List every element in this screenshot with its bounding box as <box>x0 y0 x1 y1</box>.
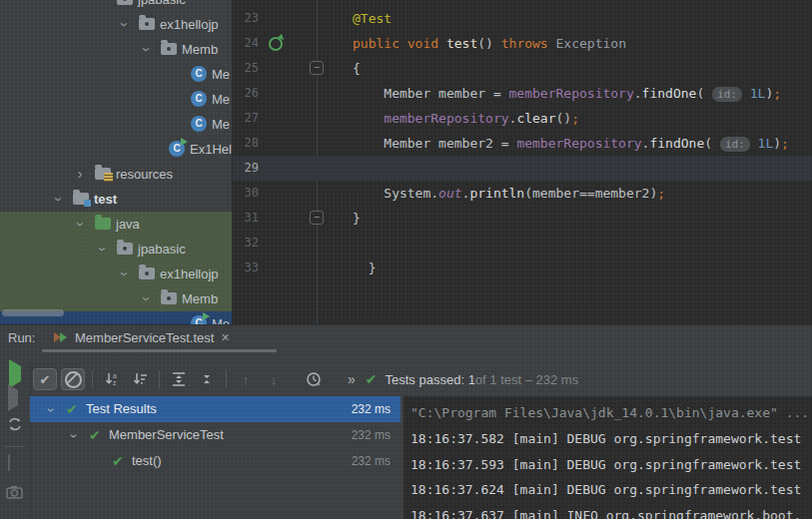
chevron-down-icon[interactable]: › <box>112 267 137 281</box>
code-line-33[interactable]: 33 } <box>233 256 812 280</box>
test-result-label: test() <box>132 448 162 474</box>
project-tree-item-memb[interactable]: ›Memb <box>0 37 232 62</box>
rerun-button[interactable] <box>6 366 24 384</box>
code-token: ) <box>773 136 781 151</box>
code-token: out <box>438 186 461 201</box>
code-line-32[interactable]: 32 <box>233 231 812 256</box>
project-tree-item-ex1hel[interactable]: Ex1Hel <box>0 137 232 162</box>
toggle-auto-test-button[interactable] <box>6 415 24 433</box>
project-tree-item-test[interactable]: ›test <box>0 187 232 212</box>
horizontal-scrollbar-thumb[interactable] <box>2 309 64 316</box>
project-tree-item-java[interactable]: ›java <box>0 212 232 237</box>
test-result-row[interactable]: ›✔MemberServiceTest232 ms <box>30 422 401 448</box>
more-toolbar-icon[interactable]: » <box>348 371 356 387</box>
rerun-test-gutter-icon[interactable] <box>269 37 283 51</box>
code-line-27[interactable]: 27 memberRepository.clear(); <box>233 106 812 131</box>
code-line-23[interactable]: 23@Test <box>233 6 812 31</box>
chevron-down-icon[interactable]: › <box>68 218 93 232</box>
sort-alphabetically-button[interactable]: az <box>100 368 124 390</box>
line-number[interactable]: 29 <box>233 156 259 181</box>
class-icon <box>191 66 207 82</box>
line-number[interactable]: 25 <box>233 56 259 81</box>
chevron-down-icon[interactable]: › <box>134 292 159 306</box>
console-line: "C:\Program Files\Java\jdk_14.0.1\bin\ja… <box>410 400 812 426</box>
code-editor[interactable]: 23@Test24public void test() throws Excep… <box>233 0 812 324</box>
project-tree-item-me[interactable]: Me <box>0 112 232 137</box>
line-number[interactable]: 32 <box>233 231 259 256</box>
run-tab[interactable]: MemberServiceTest.test × <box>48 325 236 349</box>
test-result-row[interactable]: ›✔Test Results232 ms <box>30 396 401 422</box>
show-passed-toggle[interactable]: ✔ <box>33 368 57 390</box>
project-tree-item-me[interactable]: Me <box>0 87 232 112</box>
code-line-28[interactable]: 28 Member member2 = memberRepository.fin… <box>233 131 812 156</box>
chevron-down-icon[interactable]: › <box>38 403 64 417</box>
code-token: ( <box>696 86 712 101</box>
project-tree-panel[interactable]: jpabasic›ex1hellojp›MembMeMeMeEx1Hel›res… <box>0 0 233 324</box>
code-token: clear <box>516 111 555 126</box>
code-token: System. <box>353 186 438 201</box>
thread-dump-button[interactable] <box>6 485 24 503</box>
chevron-down-icon[interactable]: › <box>46 193 71 207</box>
package-icon <box>139 267 155 279</box>
code-line-31[interactable]: 31−} <box>233 206 812 231</box>
code-token <box>400 36 407 51</box>
test-result-row[interactable]: ✔test()232 ms <box>30 448 401 474</box>
code-token: findOne <box>649 136 704 151</box>
test-history-button[interactable] <box>302 368 326 390</box>
toolbar-separator <box>92 370 93 388</box>
collapse-all-button[interactable] <box>195 368 219 390</box>
line-number[interactable]: 31 <box>233 206 259 231</box>
run-console[interactable]: "C:\Program Files\Java\jdk_14.0.1\bin\ja… <box>404 396 812 519</box>
run-left-toolbar <box>0 362 31 519</box>
run-tab-title: MemberServiceTest.test <box>75 330 214 345</box>
project-tree-item-memb[interactable]: ›Memb <box>0 286 232 311</box>
chevron-down-icon[interactable]: › <box>112 18 137 32</box>
tests-passed-summary: Tests passed: 1 <box>386 372 475 387</box>
project-tree-item-jpabasic[interactable]: ›jpabasic <box>0 237 232 261</box>
code-text: { <box>353 56 361 81</box>
chevron-down-icon[interactable]: › <box>61 429 87 443</box>
sort-duration-icon <box>132 371 148 387</box>
grid-icon <box>8 454 10 471</box>
code-line-30[interactable]: 30 System.out.println(member==member2); <box>233 181 812 206</box>
sort-by-duration-button[interactable] <box>128 368 152 390</box>
project-tree-item-resources[interactable]: ›resources <box>0 162 232 187</box>
show-ignored-toggle[interactable] <box>61 368 85 390</box>
code-token: test <box>446 36 477 51</box>
project-tree-item-ex1hellojp[interactable]: ›ex1hellojp <box>0 12 232 37</box>
project-item-label: Ex1Hel <box>190 137 232 162</box>
code-token <box>353 111 384 126</box>
code-line-29[interactable]: 29 <box>233 156 812 181</box>
chevron-right-icon[interactable]: › <box>73 162 87 187</box>
coverage-grid-button[interactable] <box>6 455 24 473</box>
line-number[interactable]: 26 <box>233 81 259 106</box>
code-line-24[interactable]: 24public void test() throws Exception <box>233 31 812 56</box>
code-line-26[interactable]: 26 Member member = memberRepository.find… <box>233 81 812 106</box>
expand-all-button[interactable] <box>167 368 191 390</box>
previous-occurrence-button[interactable]: ↑ <box>234 368 258 390</box>
line-number[interactable]: 33 <box>233 256 259 280</box>
line-number[interactable]: 28 <box>233 131 259 156</box>
code-token: ; <box>781 136 789 151</box>
line-number[interactable]: 24 <box>233 31 259 56</box>
chevron-down-icon[interactable]: › <box>134 43 159 57</box>
fold-marker-icon[interactable]: − <box>310 61 324 75</box>
test-result-label: MemberServiceTest <box>109 422 224 448</box>
line-number[interactable]: 30 <box>233 181 259 206</box>
fold-marker-icon[interactable]: − <box>310 211 324 225</box>
chevron-down-icon[interactable]: › <box>90 243 115 257</box>
project-tree-item-jpabasic[interactable]: jpabasic <box>0 0 232 12</box>
line-number[interactable]: 27 <box>233 106 259 131</box>
project-item-label: ex1hellojp <box>160 12 219 37</box>
close-tab-icon[interactable]: × <box>221 329 229 345</box>
code-token <box>742 86 750 101</box>
run-header: Run: MemberServiceTest.test × <box>0 325 812 352</box>
next-occurrence-button[interactable]: ↓ <box>262 368 286 390</box>
line-number[interactable]: 23 <box>233 6 259 31</box>
project-tree-item-ex1hellojp[interactable]: ›ex1hellojp <box>0 261 232 286</box>
code-line-25[interactable]: 25−{ <box>233 56 812 81</box>
run-label: Run: <box>8 330 35 345</box>
project-tree-item-me[interactable]: Me <box>0 62 232 87</box>
rerun-failed-tests-button[interactable] <box>6 390 24 408</box>
test-runner-toolbar: ✔ az <box>33 362 812 396</box>
